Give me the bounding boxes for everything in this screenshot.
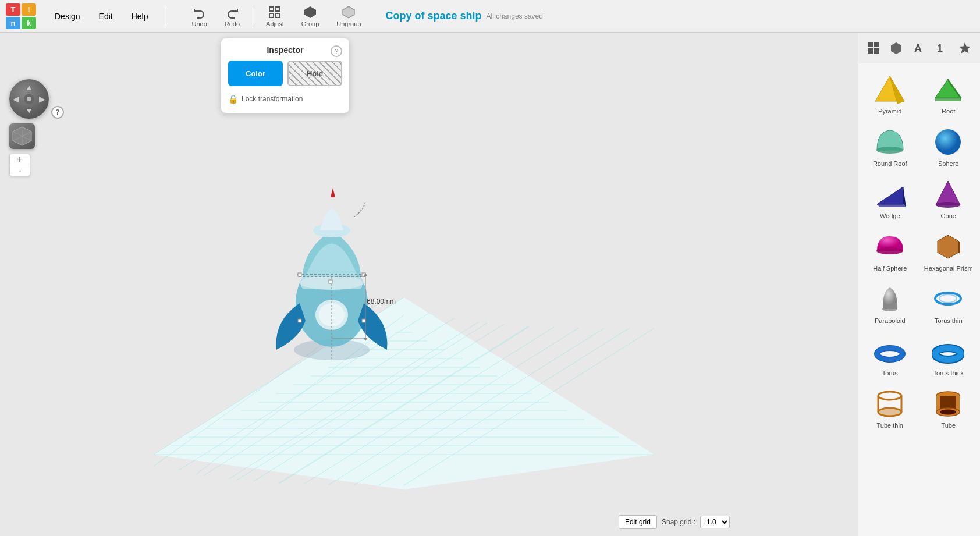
svg-marker-59 <box>364 338 367 341</box>
panel-toggle-button[interactable]: ❯ <box>858 273 858 296</box>
inspector-help-button[interactable]: ? <box>331 45 342 57</box>
adjust-label: Adjust <box>266 20 284 27</box>
shape-roof[interactable]: Roof <box>919 66 978 118</box>
svg-marker-67 <box>960 42 971 54</box>
redo-label: Redo <box>225 20 240 27</box>
shape-hex-prism[interactable]: Hexagonal Prism <box>919 223 978 275</box>
edit-grid-button[interactable]: Edit grid <box>619 515 657 529</box>
rocket-model[interactable]: 68.00mm <box>268 123 396 367</box>
shape-torus-thick[interactable]: Torus thick <box>919 328 978 380</box>
logo-i: i <box>22 3 36 16</box>
redo-button[interactable]: Redo <box>218 3 247 30</box>
logo-n: n <box>6 17 20 29</box>
shape-sphere[interactable]: Sphere <box>919 118 978 171</box>
ungroup-button[interactable]: Ungroup <box>329 3 368 30</box>
hole-button[interactable]: Hole <box>287 61 342 86</box>
topbar: T i n k Design Edit Help Undo Redo <box>0 0 980 33</box>
svg-rect-62 <box>868 48 873 54</box>
shape-wedge[interactable]: Wedge <box>861 171 919 223</box>
zoom-in-button[interactable]: + <box>10 154 30 165</box>
ungroup-icon <box>342 5 356 19</box>
adjust-button[interactable]: Adjust <box>259 3 291 30</box>
snap-grid-label: Snap grid : <box>662 518 695 526</box>
help-button[interactable]: ? <box>51 106 64 119</box>
torus-thin-label: Torus thin <box>935 317 963 324</box>
torus-thick-preview <box>931 335 966 367</box>
menu-design[interactable]: Design <box>47 8 88 24</box>
nav-arrow-left: ◀ <box>13 94 19 104</box>
svg-rect-3 <box>276 13 280 17</box>
cone-label: Cone <box>941 212 956 219</box>
hex-prism-preview <box>931 230 966 262</box>
svg-rect-56 <box>329 280 332 283</box>
color-button[interactable]: Color <box>228 61 283 86</box>
shape-half-sphere[interactable]: Half Sphere <box>861 223 919 275</box>
svg-point-84 <box>882 307 897 311</box>
svg-marker-81 <box>938 235 958 258</box>
svg-point-79 <box>936 202 960 208</box>
torus-thick-label: Torus thick <box>933 370 964 377</box>
shape-cone[interactable]: Cone <box>919 171 978 223</box>
svg-point-86 <box>939 294 957 303</box>
svg-rect-52 <box>298 273 301 276</box>
torus-label: Torus <box>882 370 898 377</box>
navigation-sphere[interactable]: ▲ ▼ ◀ ▶ <box>9 79 49 119</box>
undo-button[interactable]: Undo <box>185 3 214 30</box>
lock-label: Lock transformation <box>242 95 303 103</box>
menu-edit[interactable]: Edit <box>91 8 121 24</box>
adjust-icon <box>268 5 282 19</box>
grid-view-icon <box>867 41 880 54</box>
number-shapes-button[interactable]: 1 <box>932 37 953 58</box>
shape-tube[interactable]: Tube <box>919 380 978 432</box>
svg-rect-72 <box>935 98 961 101</box>
letter-shapes-button[interactable]: A <box>908 37 929 58</box>
shape-torus-thin[interactable]: Torus thin <box>919 275 978 328</box>
project-name[interactable]: Copy of space ship <box>385 10 481 22</box>
redo-icon <box>225 5 239 19</box>
svg-rect-0 <box>269 7 274 11</box>
nav-center-dot <box>27 97 31 101</box>
main-area: ▲ ▼ ◀ ▶ ? + - <box>0 33 980 536</box>
pyramid-preview <box>872 73 907 105</box>
tube-thin-preview <box>872 388 907 420</box>
star-shapes-button[interactable] <box>954 37 975 58</box>
canvas-area[interactable]: ▲ ▼ ◀ ▶ ? + - <box>0 33 858 536</box>
3d-shapes-button[interactable] <box>886 37 907 58</box>
bottom-controls: Edit grid Snap grid : 1.0 <box>619 515 730 529</box>
round-roof-label: Round Roof <box>873 160 907 167</box>
svg-marker-83 <box>958 241 960 254</box>
nav-arrow-up: ▲ <box>25 83 33 92</box>
shape-tube-thin[interactable]: Tube thin <box>861 380 919 432</box>
inspector-panel: Inspector ? Color Hole 🔒 Lock transforma… <box>221 38 349 113</box>
toolbar-separator-2 <box>253 6 253 27</box>
cone-preview <box>931 178 966 210</box>
shape-torus[interactable]: Torus <box>861 328 919 380</box>
menu-help[interactable]: Help <box>123 8 157 24</box>
sphere-preview <box>931 126 966 158</box>
nav-center <box>24 94 34 104</box>
torus-preview <box>872 335 907 367</box>
svg-point-80 <box>876 247 903 254</box>
inspector-title: Inspector <box>228 45 342 55</box>
tube-thin-label: Tube thin <box>877 422 903 429</box>
shape-paraboloid[interactable]: Paraboloid <box>861 275 919 328</box>
wedge-preview <box>872 178 907 210</box>
shape-pyramid[interactable]: Pyramid <box>861 66 919 118</box>
shape-round-roof[interactable]: Round Roof <box>861 118 919 171</box>
view-cube[interactable] <box>9 123 35 149</box>
paraboloid-label: Paraboloid <box>875 317 906 324</box>
grid-view-button[interactable] <box>863 37 884 58</box>
group-button[interactable]: Group <box>294 3 326 30</box>
svg-point-88 <box>877 348 903 360</box>
shapes-grid: Pyramid Roof <box>858 63 980 435</box>
grid-svg <box>154 268 654 489</box>
svg-rect-1 <box>276 7 280 11</box>
nav-arrow-down: ▼ <box>25 106 33 115</box>
lock-transformation[interactable]: 🔒 Lock transformation <box>228 92 342 106</box>
tinkercad-logo[interactable]: T i n k <box>6 3 36 29</box>
snap-grid-select[interactable]: 1.0 <box>700 516 730 528</box>
zoom-out-button[interactable]: - <box>10 165 30 176</box>
measurement-value: 68.00 <box>367 297 384 306</box>
toolbar-separator-1 <box>165 6 165 27</box>
svg-point-100 <box>940 410 956 415</box>
